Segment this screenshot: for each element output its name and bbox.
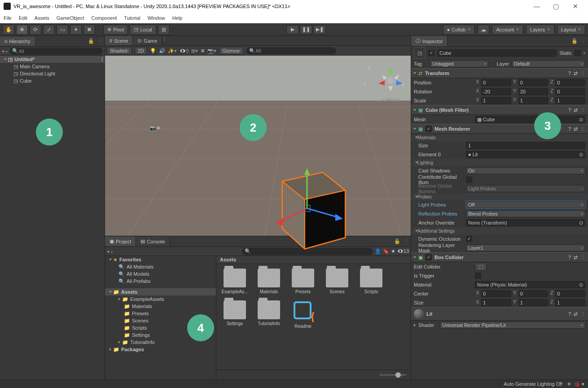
scale-tool-icon[interactable]: ⤢ [43, 25, 55, 35]
materials-size-input[interactable] [466, 142, 585, 149]
tag-dropdown[interactable]: Untagged▾ [430, 60, 488, 67]
menu-help[interactable]: Help [172, 15, 183, 21]
asset-folder[interactable]: Scripts [357, 269, 385, 294]
hand-tool-icon[interactable]: ✋ [3, 25, 14, 35]
grid-size-slider[interactable] [379, 374, 406, 376]
favorite-item[interactable]: 🔍 All Models [105, 270, 216, 278]
hierarchy-item[interactable]: ◳Main Camera [0, 63, 105, 70]
hidden-toggle-icon[interactable]: 👁‍🗨0 [180, 48, 189, 54]
is-trigger-checkbox[interactable] [475, 273, 481, 279]
tab-inspector[interactable]: ⓘ Inspector [411, 36, 448, 46]
favorites-icon[interactable]: ★ [391, 248, 395, 254]
lock-icon[interactable]: 🔓 [570, 38, 579, 44]
favorite-item[interactable]: 🔍 All Prefabs [105, 278, 216, 285]
camera-gizmo-icon[interactable]: 📷☀ [150, 125, 161, 131]
close-button[interactable]: ✕ [566, 0, 584, 13]
scene-menu-icon[interactable]: ⋮ [100, 57, 105, 62]
mesh-field[interactable]: ▦ Cube⊙ [475, 116, 585, 123]
layers-dropdown[interactable]: Layers ▼ [526, 25, 554, 35]
menu-tutorial[interactable]: Tutorial [124, 15, 140, 21]
panel-menu-icon[interactable]: ⋮ [402, 238, 411, 244]
scene-viewport[interactable]: 📷☀ [105, 56, 411, 236]
active-checkbox[interactable] [428, 50, 434, 56]
reflection-probes-dropdown[interactable]: Blend Probes▾ [466, 210, 585, 217]
rotate-tool-icon[interactable]: ⟳ [30, 25, 41, 35]
shading-mode-dropdown[interactable]: Shaded ▾ [107, 47, 132, 55]
cube-scene-object[interactable] [264, 159, 354, 253]
physic-material-field[interactable]: None (Physic Material)⊙ [475, 281, 585, 288]
lighting-status[interactable]: Auto Generate Lighting Off [504, 381, 562, 387]
pos-z-input[interactable] [555, 79, 585, 86]
hierarchy-item[interactable]: ◳Cube [0, 77, 105, 84]
box-collider-header[interactable]: ▣ Box Collider ?⇄⋮ [411, 252, 588, 262]
menu-component[interactable]: Component [91, 15, 117, 21]
asset-folder[interactable]: Presets [289, 269, 317, 294]
asset-folder[interactable]: Materials [255, 269, 283, 294]
lock-icon[interactable]: 🔓 [87, 38, 96, 44]
help-icon[interactable]: ? [568, 71, 571, 76]
scene-panel-menu-icon[interactable]: ⋮ [162, 36, 167, 45]
grid-icon[interactable]: ⊞▾ [191, 48, 198, 54]
move-tool-icon[interactable]: ✥ [16, 25, 28, 35]
favorites-root[interactable]: ★ Favorites [105, 256, 216, 263]
mesh-renderer-header[interactable]: ▦ Mesh Renderer ?⇄⋮ [411, 124, 588, 134]
fx-toggle-icon[interactable]: ✨▾ [168, 48, 177, 54]
tab-game[interactable]: ◎ Game [133, 36, 162, 45]
audio-toggle-icon[interactable]: 🔊 [159, 48, 165, 54]
anchor-override-field[interactable]: None (Transform)⊙ [466, 219, 585, 226]
rot-z-input[interactable] [555, 88, 585, 95]
camera-icon[interactable]: 📷▾ [207, 48, 216, 54]
static-checkbox[interactable] [575, 50, 581, 56]
tab-scene[interactable]: # Scene [105, 36, 133, 45]
step-button[interactable]: ▶❚ [313, 25, 326, 34]
scene-search-input[interactable]: 🔍 All [246, 47, 336, 54]
hierarchy-search-input[interactable]: 🔍 All [9, 48, 103, 55]
preset-icon[interactable]: ⇄ [574, 71, 578, 76]
gizmos-dropdown[interactable]: Gizmos ▾ [219, 47, 244, 55]
gameobject-name-input[interactable] [437, 49, 557, 57]
cloud-icon[interactable]: ☁ [478, 25, 489, 35]
assets-root[interactable]: 📁 Assets [105, 288, 216, 295]
cast-shadows-dropdown[interactable]: On▾ [466, 167, 585, 174]
create-dropdown-icon[interactable]: + ▾ [2, 48, 8, 54]
pos-y-input[interactable] [518, 79, 549, 86]
play-button[interactable]: ▶ [286, 25, 299, 34]
center-x-input[interactable] [481, 290, 511, 297]
asset-readme[interactable]: {} Readme [289, 300, 317, 329]
search-label-icon[interactable]: 🔖 [383, 248, 389, 254]
mesh-renderer-enabled-checkbox[interactable] [426, 126, 432, 132]
asset-folder[interactable]: Settings [221, 300, 249, 329]
menu-assets[interactable]: Assets [35, 15, 49, 21]
asset-folder[interactable]: TutorialInfo [255, 300, 283, 329]
minimize-button[interactable]: — [528, 0, 546, 13]
breadcrumb[interactable]: Assets [216, 256, 411, 264]
size-x-input[interactable] [481, 299, 511, 306]
menu-edit[interactable]: Edit [19, 15, 27, 21]
dynamic-occlusion-checkbox[interactable] [466, 236, 472, 242]
layout-dropdown[interactable]: Layout ▼ [557, 25, 585, 35]
2d-toggle[interactable]: 2D [135, 47, 147, 55]
project-create-icon[interactable]: + ▾ [107, 249, 113, 254]
account-dropdown[interactable]: Account ▼ [492, 25, 523, 35]
panel-menu-icon[interactable]: ⋮ [96, 38, 105, 44]
gameobject-icon[interactable]: ◳ [414, 47, 426, 59]
tab-project[interactable]: ▣ Project [105, 237, 136, 246]
snap-toggle-icon[interactable]: ⊞ [158, 25, 170, 35]
scale-z-input[interactable] [555, 97, 585, 104]
mesh-filter-header[interactable]: ▦ Cube (Mesh Filter) ?⇄⋮ [411, 105, 588, 115]
rect-tool-icon[interactable]: ▭ [57, 25, 68, 35]
lighting-toggle-icon[interactable]: 💡 [150, 48, 156, 54]
collab-dropdown[interactable]: ● Collab ▼ [443, 25, 475, 35]
search-type-icon[interactable]: 👤 [375, 248, 381, 254]
packages-root[interactable]: 📁 Packages [105, 346, 216, 353]
center-y-input[interactable] [518, 290, 549, 297]
transform-tool-icon[interactable]: ✦ [70, 25, 82, 35]
tools-icon[interactable]: ✖ [201, 48, 205, 54]
size-y-input[interactable] [518, 299, 549, 306]
material-header[interactable]: Lit ?⇄⋮ [411, 307, 588, 321]
rot-x-input[interactable] [481, 88, 511, 95]
tab-hierarchy[interactable]: ≡ Hierarchy [0, 37, 35, 46]
persp-label[interactable]: ≤ Persp [382, 97, 399, 102]
material-element0-field[interactable]: ● Lit⊙ [466, 151, 585, 158]
panel-menu-icon[interactable]: ⋮ [579, 38, 588, 44]
